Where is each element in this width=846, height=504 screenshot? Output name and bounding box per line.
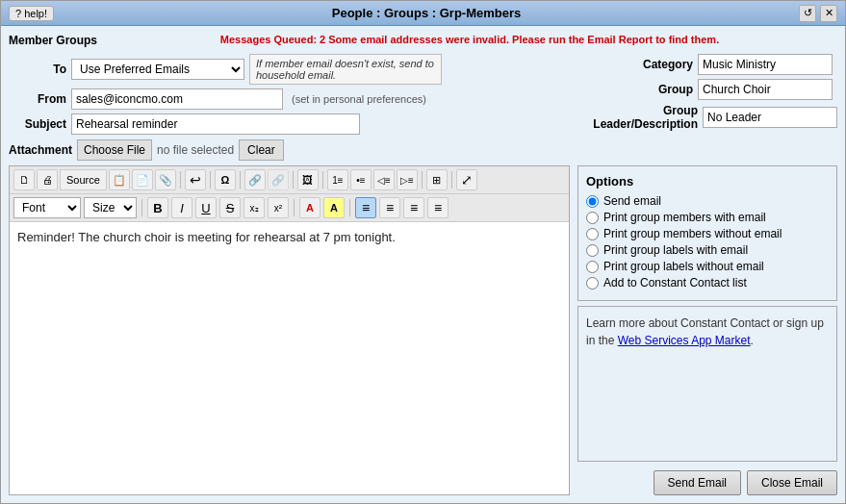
subscript-button[interactable]: x₂	[244, 197, 265, 218]
font-select[interactable]: Font	[13, 197, 81, 218]
toolbar2-sep2	[294, 199, 295, 216]
right-panel: Options Send email Print group members w…	[577, 165, 837, 495]
decrease-indent-button[interactable]: ◁≡	[373, 169, 395, 190]
editor-content[interactable]: Reminder! The church choir is meeting fo…	[10, 222, 569, 494]
toolbar-sep6	[422, 171, 423, 189]
option-labels-without-email-radio[interactable]	[586, 261, 599, 273]
attachment-label: Attachment	[9, 143, 72, 157]
left-form: To Use Preferred Emails If member email …	[9, 54, 560, 135]
unordered-list-button[interactable]: •≡	[350, 169, 372, 190]
ordered-list-button[interactable]: 1≡	[327, 169, 348, 190]
constant-contact-text: Learn more about Constant Contact or sig…	[586, 316, 824, 347]
toolbar1: 🗋 🖨 Source 📋 📄 📎 ↩ Ω 🔗 🔗 🖼	[10, 166, 569, 194]
constant-contact-link[interactable]: Web Services App Market	[618, 334, 751, 347]
from-input[interactable]	[71, 88, 283, 110]
align-justify-button[interactable]: ≡	[427, 197, 449, 218]
help-button[interactable]: ? help!	[9, 6, 54, 21]
bg-color-button[interactable]: A	[323, 197, 345, 218]
editor-main: 🗋 🖨 Source 📋 📄 📎 ↩ Ω 🔗 🔗 🖼	[9, 165, 570, 495]
option-print-without-email-radio[interactable]	[586, 228, 599, 240]
option-constant-contact-radio[interactable]	[586, 277, 599, 290]
increase-indent-button[interactable]: ▷≡	[397, 169, 418, 190]
option-print-without-email-label: Print group members without email	[603, 227, 782, 240]
group-row: Group	[568, 79, 837, 100]
constant-contact-box: Learn more about Constant Contact or sig…	[577, 306, 837, 462]
table-button[interactable]: ⊞	[426, 169, 448, 190]
toolbar2: Font Size B I U S x₂ x² A A ≡	[10, 194, 569, 222]
bold-button[interactable]: B	[147, 197, 168, 218]
subject-input[interactable]	[71, 113, 360, 135]
title-bar-left: ? help!	[9, 6, 54, 21]
to-select[interactable]: Use Preferred Emails	[71, 59, 244, 80]
send-email-button[interactable]: Send Email	[654, 470, 741, 495]
right-info: Category Group Group Leader/Description	[568, 54, 837, 131]
toolbar-sep4	[293, 171, 294, 189]
choose-file-button[interactable]: Choose File	[77, 139, 152, 161]
toolbar2-sep3	[349, 199, 350, 216]
clear-button[interactable]: Clear	[239, 139, 284, 161]
file-input-wrapper: Choose File no file selected	[77, 139, 234, 161]
to-label: To	[9, 63, 66, 76]
refresh-button[interactable]: ↺	[799, 5, 816, 22]
paste-word-button[interactable]: 📄	[132, 169, 153, 190]
to-row: To Use Preferred Emails If member email …	[9, 54, 560, 85]
toolbar-sep5	[322, 171, 323, 189]
special-chars-button[interactable]: Ω	[215, 169, 236, 190]
strikethrough-button[interactable]: S	[219, 197, 241, 218]
paste-text-button[interactable]: 📋	[109, 169, 130, 190]
option-send-email-label: Send email	[603, 194, 661, 208]
content-area: Member Groups Messages Queued: 2 Some em…	[1, 26, 845, 503]
from-row: From (set in personal preferences)	[9, 88, 560, 110]
option-constant-contact-label: Add to Constant Contact list	[603, 276, 747, 290]
toolbar-sep3	[240, 171, 241, 189]
undo-button[interactable]: ↩	[185, 169, 206, 190]
paste-from-word2-button[interactable]: 📎	[155, 169, 176, 190]
toolbar2-sep1	[141, 199, 142, 216]
window-title: People : Groups : Grp-Members	[54, 6, 799, 20]
superscript-button[interactable]: x²	[268, 197, 289, 218]
option-print-with-email: Print group members with email	[586, 211, 829, 224]
new-doc-button[interactable]: 🗋	[13, 169, 35, 190]
align-right-button[interactable]: ≡	[403, 197, 424, 218]
option-labels-with-email-label: Print group labels with email	[603, 243, 748, 257]
align-center-button[interactable]: ≡	[379, 197, 400, 218]
category-label: Category	[568, 58, 693, 71]
option-send-email: Send email	[586, 194, 829, 208]
options-box: Options Send email Print group members w…	[577, 165, 837, 301]
category-input[interactable]	[698, 54, 833, 75]
underline-button[interactable]: U	[195, 197, 217, 218]
close-email-button[interactable]: Close Email	[747, 470, 837, 495]
close-button[interactable]: ✕	[820, 5, 837, 22]
option-print-with-email-label: Print group members with email	[603, 211, 766, 224]
member-groups-label: Member Groups	[9, 34, 97, 47]
group-leader-label: Group Leader/Description	[568, 104, 698, 131]
toolbar-sep2	[210, 171, 211, 189]
warning-message: Messages Queued: 2 Some email addresses …	[102, 34, 837, 45]
align-left-button[interactable]: ≡	[355, 197, 376, 218]
toolbar-sep1	[180, 171, 181, 189]
print-button[interactable]: 🖨	[37, 169, 58, 190]
file-name-label: no file selected	[157, 143, 234, 157]
from-label: From	[9, 92, 66, 106]
image-button[interactable]: 🖼	[297, 169, 319, 190]
subject-row: Subject	[9, 113, 560, 135]
unlink-button[interactable]: 🔗	[268, 169, 289, 190]
toolbar-sep7	[451, 171, 452, 189]
group-leader-input[interactable]	[703, 107, 837, 128]
font-color-button[interactable]: A	[299, 197, 320, 218]
household-note: If member email doesn't exist, send to h…	[249, 54, 442, 85]
size-select[interactable]: Size	[84, 197, 137, 218]
title-bar-controls: ↺ ✕	[799, 5, 837, 22]
option-labels-with-email: Print group labels with email	[586, 243, 829, 257]
option-send-email-radio[interactable]	[586, 195, 599, 208]
option-print-with-email-radio[interactable]	[586, 212, 599, 224]
main-window: ? help! People : Groups : Grp-Members ↺ …	[0, 0, 846, 504]
group-leader-row: Group Leader/Description	[568, 104, 837, 131]
group-input[interactable]	[698, 79, 833, 100]
source-button[interactable]: Source	[60, 169, 107, 190]
fullscreen-button[interactable]: ⤢	[456, 169, 477, 190]
italic-button[interactable]: I	[171, 197, 192, 218]
option-labels-with-email-radio[interactable]	[586, 244, 599, 257]
link-button[interactable]: 🔗	[244, 169, 266, 190]
group-label: Group	[568, 83, 693, 96]
